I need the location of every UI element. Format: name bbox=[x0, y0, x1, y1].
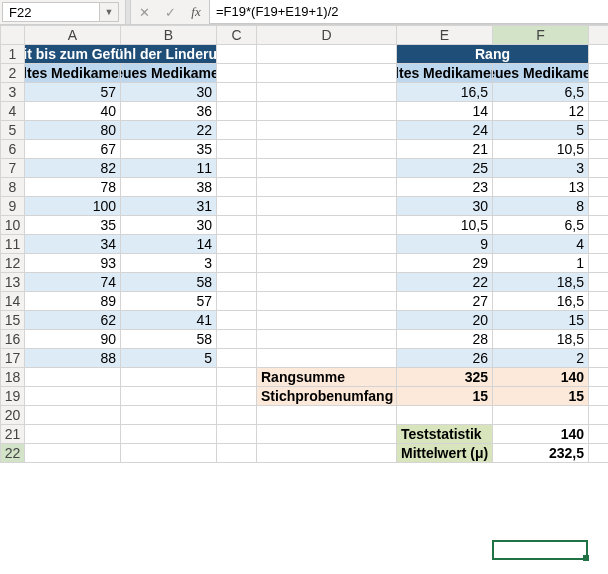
cell-b[interactable]: 30 bbox=[121, 216, 217, 235]
cell[interactable] bbox=[589, 121, 609, 140]
cell-f[interactable]: 18,5 bbox=[493, 273, 589, 292]
cell[interactable] bbox=[257, 406, 397, 425]
cell[interactable] bbox=[25, 425, 121, 444]
cell[interactable] bbox=[589, 140, 609, 159]
cell[interactable] bbox=[217, 178, 257, 197]
cell[interactable] bbox=[257, 83, 397, 102]
teststatistik-label[interactable]: Teststatistik bbox=[397, 425, 493, 444]
cell[interactable] bbox=[257, 216, 397, 235]
sub-altes-left[interactable]: Altes Medikament bbox=[25, 64, 121, 83]
cell-b[interactable]: 30 bbox=[121, 83, 217, 102]
row-header[interactable]: 3 bbox=[1, 83, 25, 102]
cell[interactable] bbox=[257, 197, 397, 216]
cell[interactable] bbox=[217, 330, 257, 349]
cell[interactable] bbox=[217, 159, 257, 178]
cell-e[interactable]: 16,5 bbox=[397, 83, 493, 102]
col-header-b[interactable]: B bbox=[121, 26, 217, 45]
row-header[interactable]: 10 bbox=[1, 216, 25, 235]
cell[interactable] bbox=[217, 273, 257, 292]
cell-b[interactable]: 3 bbox=[121, 254, 217, 273]
cell-f[interactable]: 13 bbox=[493, 178, 589, 197]
cell[interactable] bbox=[121, 444, 217, 463]
cell[interactable] bbox=[589, 444, 609, 463]
cell[interactable] bbox=[257, 292, 397, 311]
cell-a[interactable]: 34 bbox=[25, 235, 121, 254]
cell-f[interactable]: 3 bbox=[493, 159, 589, 178]
row-header[interactable]: 4 bbox=[1, 102, 25, 121]
cell-a[interactable]: 82 bbox=[25, 159, 121, 178]
cell[interactable] bbox=[589, 368, 609, 387]
name-box[interactable]: F22 bbox=[2, 2, 100, 22]
cell-f[interactable]: 15 bbox=[493, 311, 589, 330]
left-title[interactable]: Zeit bis zum Gefühl der Linderung bbox=[25, 45, 217, 64]
col-header-d[interactable]: D bbox=[257, 26, 397, 45]
cancel-icon[interactable]: ✕ bbox=[131, 0, 157, 24]
cell[interactable] bbox=[257, 140, 397, 159]
fx-icon[interactable]: fx bbox=[183, 0, 209, 24]
confirm-icon[interactable]: ✓ bbox=[157, 0, 183, 24]
name-box-dropdown[interactable]: ▼ bbox=[100, 2, 119, 22]
cell[interactable] bbox=[493, 406, 589, 425]
cell-a[interactable]: 89 bbox=[25, 292, 121, 311]
cell[interactable] bbox=[589, 64, 609, 83]
cell-f[interactable]: 10,5 bbox=[493, 140, 589, 159]
cell-a[interactable]: 57 bbox=[25, 83, 121, 102]
cell-e[interactable]: 25 bbox=[397, 159, 493, 178]
cell[interactable] bbox=[217, 292, 257, 311]
cell[interactable] bbox=[217, 140, 257, 159]
cell[interactable] bbox=[257, 45, 397, 64]
cell-a[interactable]: 93 bbox=[25, 254, 121, 273]
cell[interactable] bbox=[589, 83, 609, 102]
cell[interactable] bbox=[257, 102, 397, 121]
cell[interactable] bbox=[589, 330, 609, 349]
row-header[interactable]: 11 bbox=[1, 235, 25, 254]
col-header-blank[interactable] bbox=[589, 26, 609, 45]
cell[interactable] bbox=[217, 197, 257, 216]
cell[interactable] bbox=[25, 387, 121, 406]
cell-a[interactable]: 40 bbox=[25, 102, 121, 121]
cell-e[interactable]: 21 bbox=[397, 140, 493, 159]
cell-b[interactable]: 58 bbox=[121, 330, 217, 349]
cell-b[interactable]: 38 bbox=[121, 178, 217, 197]
cell[interactable] bbox=[589, 273, 609, 292]
cell-a[interactable]: 80 bbox=[25, 121, 121, 140]
cell-e[interactable]: 9 bbox=[397, 235, 493, 254]
cell-a[interactable]: 62 bbox=[25, 311, 121, 330]
cell-f[interactable]: 8 bbox=[493, 197, 589, 216]
cell-e[interactable]: 30 bbox=[397, 197, 493, 216]
row-header[interactable]: 8 bbox=[1, 178, 25, 197]
cell-b[interactable]: 41 bbox=[121, 311, 217, 330]
cell[interactable] bbox=[589, 102, 609, 121]
cell[interactable] bbox=[589, 292, 609, 311]
cell-b[interactable]: 57 bbox=[121, 292, 217, 311]
cell[interactable] bbox=[257, 311, 397, 330]
col-header-a[interactable]: A bbox=[25, 26, 121, 45]
rangsumme-f[interactable]: 140 bbox=[493, 368, 589, 387]
cell-e[interactable]: 27 bbox=[397, 292, 493, 311]
cell-f[interactable]: 16,5 bbox=[493, 292, 589, 311]
cell-b[interactable]: 22 bbox=[121, 121, 217, 140]
cell[interactable] bbox=[217, 311, 257, 330]
stichproben-f[interactable]: 15 bbox=[493, 387, 589, 406]
cell[interactable] bbox=[589, 216, 609, 235]
col-header-f[interactable]: F bbox=[493, 26, 589, 45]
cell-a[interactable]: 78 bbox=[25, 178, 121, 197]
mittelwert-value[interactable]: 232,5 bbox=[493, 444, 589, 463]
cell[interactable] bbox=[589, 311, 609, 330]
cell[interactable] bbox=[25, 406, 121, 425]
cell-e[interactable]: 14 bbox=[397, 102, 493, 121]
cell[interactable] bbox=[217, 349, 257, 368]
rangsumme-label[interactable]: Rangsumme bbox=[257, 368, 397, 387]
cell[interactable] bbox=[589, 387, 609, 406]
row-header[interactable]: 19 bbox=[1, 387, 25, 406]
row-header[interactable]: 7 bbox=[1, 159, 25, 178]
cell-a[interactable]: 90 bbox=[25, 330, 121, 349]
row-header[interactable]: 15 bbox=[1, 311, 25, 330]
cell-e[interactable]: 24 bbox=[397, 121, 493, 140]
cell-e[interactable]: 29 bbox=[397, 254, 493, 273]
row-header[interactable]: 22 bbox=[1, 444, 25, 463]
cell[interactable] bbox=[217, 216, 257, 235]
sub-neues-right[interactable]: Neues Medikament bbox=[493, 64, 589, 83]
cell[interactable] bbox=[217, 444, 257, 463]
cell-e[interactable]: 10,5 bbox=[397, 216, 493, 235]
